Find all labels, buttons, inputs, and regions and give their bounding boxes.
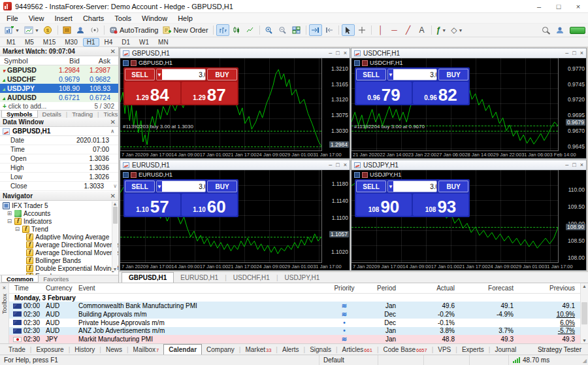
buy-price-button[interactable]: 1.2987 — [182, 82, 237, 104]
minimize-icon[interactable]: – — [565, 162, 568, 168]
buy-button[interactable]: BUY — [207, 181, 237, 192]
menu-tools[interactable]: Tools — [109, 13, 137, 23]
tile-windows-icon[interactable] — [290, 24, 303, 36]
tab-vps[interactable]: VPS — [433, 344, 455, 355]
data-window-symbol[interactable]: GBPUSD,H1 ∧ — [0, 127, 118, 136]
expand-icon[interactable]: ⊞ — [7, 211, 12, 217]
buy-button[interactable]: BUY — [207, 69, 237, 80]
tab-alerts[interactable]: Alerts — [278, 344, 304, 355]
volume-decrease-button[interactable]: ▼ — [157, 69, 162, 80]
strategy-tester-link[interactable]: Strategy Tester — [531, 344, 588, 355]
volume-input[interactable] — [393, 69, 437, 80]
tab-history[interactable]: History — [70, 344, 99, 355]
menu-view[interactable]: View — [24, 13, 50, 23]
volume-decrease-button[interactable]: ▼ — [157, 181, 162, 192]
autotrading-button[interactable]: AutoTrading — [107, 24, 161, 36]
tree-item-indicators[interactable]: ⊟fIndicators — [0, 217, 118, 225]
new-order-button[interactable]: New Order — [161, 24, 210, 36]
price-chart[interactable]: USDJPY,H1 SELL ▼ ▲ BUY 10890 108 — [351, 170, 559, 262]
time-scale[interactable]: 7 Jan 20209 Jan 17:0014 Jan 09:0017 Jan … — [351, 262, 559, 270]
chart-window-titlebar[interactable]: USDJPY,H1 –□× — [351, 160, 586, 170]
market-watch-row[interactable]: AUDUSD 0.6721 0.6724 — [0, 93, 118, 102]
tab-experts[interactable]: Experts — [457, 344, 489, 355]
tab-news[interactable]: News — [101, 344, 127, 355]
add-symbol-row[interactable]: + click to add... 5 / 302 — [0, 102, 118, 110]
sell-price-button[interactable]: 1.1057 — [125, 194, 180, 216]
price-chart[interactable]: GBPUSD,H1 #11392203 buy 3.00 at 1.3030 S… — [120, 58, 322, 150]
tab-journal[interactable]: Journal — [490, 344, 521, 355]
tf-h1[interactable]: H1 — [83, 38, 99, 46]
calendar-row[interactable]: 02:30 AUD Building Approvals m/m ≋ Dec -… — [9, 310, 580, 319]
volume-input[interactable] — [162, 69, 206, 80]
chart-tab-usdjpy[interactable]: USDJPY,H1 — [278, 272, 327, 283]
menu-file[interactable]: File — [1, 13, 24, 23]
time-scale[interactable]: 21 Jan 202022 Jan 14:0023 Jan 22:0027 Ja… — [351, 150, 559, 158]
volume-decrease-button[interactable]: ▼ — [388, 181, 393, 192]
chart-window-titlebar[interactable]: EURUSD,H1 –□× — [120, 160, 350, 170]
time-scale[interactable]: 7 Jan 20209 Jan 17:0014 Jan 09:0017 Jan … — [120, 262, 322, 270]
new-chart-icon[interactable]: ▼ — [3, 24, 22, 36]
tab-calendar[interactable]: Calendar — [163, 344, 202, 355]
tf-w1[interactable]: W1 — [135, 38, 153, 46]
tab-articles[interactable]: Articles661 — [338, 344, 377, 355]
tab-signals[interactable]: Signals — [305, 344, 336, 355]
collapse-icon[interactable]: ⊟ — [7, 218, 12, 224]
data-window-icon[interactable] — [61, 24, 74, 36]
tf-mn[interactable]: MN — [154, 38, 172, 46]
navigator-header[interactable]: Navigator ✕ — [0, 192, 118, 201]
menu-insert[interactable]: Insert — [49, 13, 78, 23]
minimize-icon[interactable]: – — [529, 0, 549, 12]
zoom-out-icon[interactable] — [276, 24, 289, 36]
menu-window[interactable]: Window — [137, 13, 172, 23]
text-label-icon[interactable]: A — [416, 24, 429, 36]
maximize-icon[interactable]: □ — [336, 162, 339, 168]
tree-leaf[interactable]: fAdaptive Moving Average — [0, 233, 118, 241]
chart-tab-usdchf[interactable]: USDCHF,H1 — [227, 272, 276, 283]
sell-button[interactable]: SELL — [125, 181, 155, 192]
volume-decrease-button[interactable]: ▼ — [388, 69, 393, 80]
objects-icon[interactable]: ◇▼ — [449, 24, 465, 36]
maximize-icon[interactable]: □ — [572, 162, 576, 168]
menu-help[interactable]: Help — [172, 13, 198, 23]
community-icon[interactable] — [553, 24, 566, 36]
line-chart-mode-icon[interactable] — [244, 24, 257, 36]
close-icon[interactable]: ✕ — [110, 192, 116, 200]
vertical-line-icon[interactable]: │ — [374, 24, 387, 36]
buy-price-button[interactable]: 10893 — [413, 194, 468, 216]
calendar-row[interactable]: 02:30 JPY Markit Manufacturing PMI ≋ Jan… — [9, 335, 580, 343]
tree-leaf[interactable]: fBollinger Bands — [0, 256, 118, 264]
buy-price-button[interactable]: 0.9682 — [413, 82, 468, 104]
close-icon[interactable]: × — [568, 0, 588, 12]
navigator-icon[interactable] — [74, 24, 88, 36]
sell-button[interactable]: SELL — [356, 181, 386, 192]
calendar-scrollbar[interactable]: ▲▼ — [580, 283, 588, 343]
close-icon[interactable]: × — [580, 162, 583, 168]
price-scale[interactable]: 110.00 109.50 109.00 108.50 108.00 108.9… — [559, 170, 586, 262]
tab-trade[interactable]: Trade — [4, 344, 30, 355]
data-window-header[interactable]: Data Window ✕ — [0, 118, 118, 127]
calendar-row[interactable]: 02:30 AUD Private House Approvals m/m • … — [9, 319, 580, 327]
time-scale[interactable]: 7 Jan 20209 Jan 17:0014 Jan 09:0017 Jan … — [120, 150, 322, 158]
chart-window-titlebar[interactable]: GBPUSD,H1 –□× — [120, 48, 350, 58]
close-icon[interactable]: × — [580, 50, 583, 56]
buy-button[interactable]: BUY — [438, 181, 468, 192]
tab-common[interactable]: Common — [1, 275, 39, 283]
tree-leaf[interactable]: fAverage Directional Movement — [0, 241, 118, 249]
tf-m5[interactable]: M5 — [21, 38, 38, 46]
close-icon[interactable]: ✕ — [110, 118, 116, 126]
price-chart[interactable]: EURUSD,H1 SELL ▼ ▲ BUY 1.1057 1. — [120, 170, 322, 262]
tree-item-trend[interactable]: ⊟fTrend — [0, 225, 118, 233]
auto-scroll-icon[interactable] — [309, 24, 322, 36]
status-profile[interactable]: Default — [319, 355, 378, 365]
volume-input[interactable] — [393, 181, 437, 192]
close-icon[interactable]: × — [344, 50, 347, 56]
market-watch-column-headers[interactable]: Symbol Bid Ask — [0, 56, 118, 65]
sell-button[interactable]: SELL — [125, 69, 155, 80]
collapse-icon[interactable]: ⊟ — [14, 226, 20, 232]
cursor-icon[interactable] — [342, 24, 355, 36]
minimize-icon[interactable]: – — [329, 50, 332, 56]
tree-item-accounts[interactable]: ⊞Accounts — [0, 209, 118, 217]
buy-price-button[interactable]: 1.1060 — [182, 194, 237, 216]
chart-tab-eurusd[interactable]: EURUSD,H1 — [174, 272, 225, 283]
tree-root[interactable]: IFX Trader 5 — [0, 201, 118, 209]
